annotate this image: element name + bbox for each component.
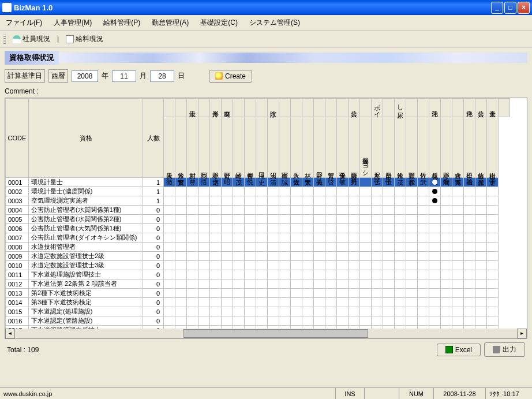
- cell-matrix[interactable]: [349, 307, 360, 316]
- cell-matrix[interactable]: [349, 316, 360, 326]
- cell-matrix[interactable]: [337, 316, 349, 326]
- cell-matrix[interactable]: [175, 243, 187, 252]
- cell-matrix[interactable]: [406, 252, 418, 261]
- cell-matrix[interactable]: [233, 206, 245, 215]
- cell-matrix[interactable]: [395, 178, 406, 187]
- cell-matrix[interactable]: [395, 243, 406, 252]
- scroll-track[interactable]: [15, 329, 517, 338]
- cell-matrix[interactable]: [291, 298, 302, 307]
- cell-matrix[interactable]: [233, 298, 245, 307]
- cell-matrix[interactable]: [418, 215, 429, 224]
- cell-matrix[interactable]: [222, 279, 233, 289]
- cell-matrix[interactable]: [222, 215, 233, 224]
- cell-matrix[interactable]: [175, 196, 187, 206]
- cell-matrix[interactable]: [441, 270, 452, 279]
- cell-matrix[interactable]: [464, 206, 475, 215]
- cell-matrix[interactable]: [302, 196, 314, 206]
- cell-matrix[interactable]: [383, 289, 395, 298]
- cell-matrix[interactable]: [452, 178, 464, 187]
- cell-matrix[interactable]: [487, 196, 499, 206]
- cell-matrix[interactable]: [291, 289, 302, 298]
- cell-matrix[interactable]: [279, 243, 291, 252]
- cell-matrix[interactable]: [360, 187, 372, 196]
- cell-matrix[interactable]: [210, 270, 222, 279]
- cell-matrix[interactable]: [464, 233, 475, 243]
- horizontal-scrollbar[interactable]: ◄ ►: [5, 329, 527, 338]
- close-button[interactable]: ×: [518, 2, 530, 14]
- cell-matrix[interactable]: [349, 270, 360, 279]
- cell-matrix[interactable]: [429, 289, 441, 298]
- cell-matrix[interactable]: [418, 289, 429, 298]
- cell-matrix[interactable]: [452, 279, 464, 289]
- cell-matrix[interactable]: [349, 206, 360, 215]
- cell-matrix[interactable]: [452, 261, 464, 270]
- cell-matrix[interactable]: [464, 196, 475, 206]
- cell-matrix[interactable]: [429, 233, 441, 243]
- cell-matrix[interactable]: [429, 224, 441, 233]
- cell-matrix[interactable]: [418, 252, 429, 261]
- cell-matrix[interactable]: [279, 215, 291, 224]
- cell-matrix[interactable]: [372, 316, 383, 326]
- cell-matrix[interactable]: [302, 270, 314, 279]
- cell-matrix[interactable]: [302, 261, 314, 270]
- cell-matrix[interactable]: [302, 298, 314, 307]
- cell-matrix[interactable]: [475, 289, 487, 298]
- cell-matrix[interactable]: [175, 298, 187, 307]
- cell-matrix[interactable]: [441, 252, 452, 261]
- cell-matrix[interactable]: [429, 261, 441, 270]
- cell-matrix[interactable]: [187, 261, 198, 270]
- cell-matrix[interactable]: [198, 316, 210, 326]
- cell-matrix[interactable]: [233, 252, 245, 261]
- cell-matrix[interactable]: [406, 307, 418, 316]
- cell-matrix[interactable]: [314, 224, 325, 233]
- cell-matrix[interactable]: [245, 252, 256, 261]
- cell-matrix[interactable]: [452, 316, 464, 326]
- cell-matrix[interactable]: [360, 206, 372, 215]
- cell-matrix[interactable]: [314, 196, 325, 206]
- menu-system[interactable]: システム管理(S): [247, 17, 302, 29]
- cell-matrix[interactable]: [256, 289, 268, 298]
- cell-matrix[interactable]: [198, 224, 210, 233]
- cell-matrix[interactable]: [406, 261, 418, 270]
- cell-matrix[interactable]: [164, 279, 175, 289]
- cell-matrix[interactable]: [164, 316, 175, 326]
- cell-matrix[interactable]: [452, 243, 464, 252]
- cell-matrix[interactable]: [349, 187, 360, 196]
- cell-matrix[interactable]: [210, 289, 222, 298]
- cell-matrix[interactable]: [337, 252, 349, 261]
- cell-matrix[interactable]: [487, 307, 499, 316]
- create-button[interactable]: Create: [209, 70, 252, 83]
- cell-matrix[interactable]: [279, 289, 291, 298]
- cell-matrix[interactable]: [302, 178, 314, 187]
- cell-matrix[interactable]: [302, 206, 314, 215]
- cell-matrix[interactable]: [233, 233, 245, 243]
- cell-matrix[interactable]: [256, 224, 268, 233]
- cell-matrix[interactable]: [337, 298, 349, 307]
- cell-matrix[interactable]: [452, 252, 464, 261]
- cell-matrix[interactable]: [406, 289, 418, 298]
- cell-matrix[interactable]: [279, 307, 291, 316]
- cell-matrix[interactable]: [302, 279, 314, 289]
- cell-matrix[interactable]: [245, 206, 256, 215]
- table-row[interactable]: 0005公害防止管理者(水質関係第2種)0: [6, 215, 510, 224]
- cell-matrix[interactable]: [187, 243, 198, 252]
- cell-matrix[interactable]: [464, 224, 475, 233]
- cell-matrix[interactable]: [314, 178, 325, 187]
- cell-matrix[interactable]: [429, 270, 441, 279]
- cell-matrix[interactable]: [487, 243, 499, 252]
- cell-matrix[interactable]: [441, 215, 452, 224]
- cell-matrix[interactable]: [487, 178, 499, 187]
- cell-matrix[interactable]: [360, 215, 372, 224]
- cell-matrix[interactable]: [268, 206, 279, 215]
- cell-matrix[interactable]: [406, 178, 418, 187]
- cell-matrix[interactable]: [291, 196, 302, 206]
- cell-matrix[interactable]: [175, 187, 187, 196]
- cell-matrix[interactable]: [175, 206, 187, 215]
- cell-matrix[interactable]: [325, 307, 337, 316]
- cell-matrix[interactable]: [302, 307, 314, 316]
- cell-matrix[interactable]: [337, 233, 349, 243]
- cell-matrix[interactable]: [291, 178, 302, 187]
- cell-matrix[interactable]: [325, 289, 337, 298]
- menu-hr[interactable]: 人事管理(M): [51, 17, 94, 29]
- cell-matrix[interactable]: [464, 215, 475, 224]
